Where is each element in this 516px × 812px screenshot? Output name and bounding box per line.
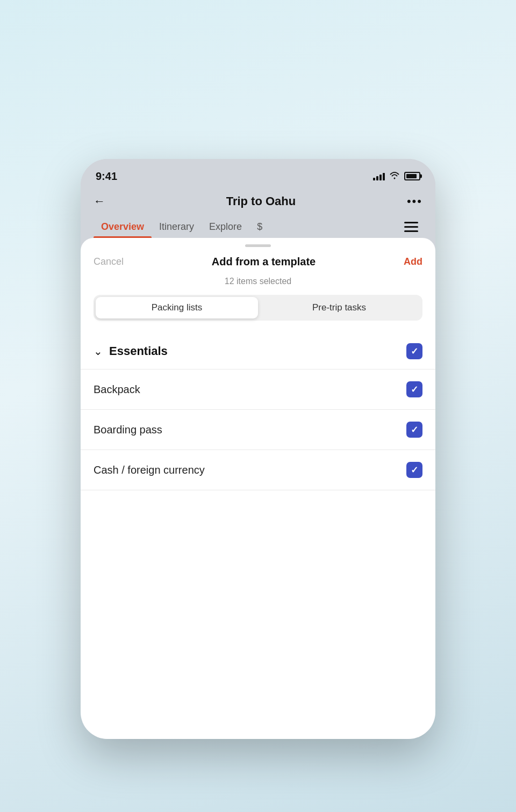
sheet-title: Add from a template — [212, 256, 316, 268]
tabs-bar: Overview Itinerary Explore $ — [81, 216, 435, 238]
boarding-pass-checkbox[interactable]: ✓ — [406, 422, 422, 438]
bottom-sheet: Cancel Add from a template Add 12 items … — [81, 238, 435, 739]
segment-pre-trip-tasks[interactable]: Pre-trip tasks — [258, 297, 420, 318]
essentials-section-header: ⌄ Essentials ✓ — [81, 334, 435, 369]
signal-icon — [373, 172, 385, 180]
hamburger-button[interactable] — [400, 218, 422, 236]
phone-frame: 9:41 ← Trip to Oahu ••• — [81, 159, 435, 739]
tab-explore[interactable]: Explore — [202, 216, 249, 238]
backpack-checkbox[interactable]: ✓ — [406, 381, 422, 397]
page-title: Trip to Oahu — [115, 194, 407, 208]
tab-overview[interactable]: Overview — [94, 216, 152, 238]
segment-control: Packing lists Pre-trip tasks — [94, 295, 422, 321]
add-button[interactable]: Add — [404, 256, 422, 267]
back-button[interactable]: ← — [94, 194, 115, 208]
chevron-down-icon[interactable]: ⌄ — [94, 345, 103, 358]
cash-checkbox[interactable]: ✓ — [406, 462, 422, 478]
list-item[interactable]: Boarding pass ✓ — [81, 410, 435, 450]
sheet-header: Cancel Add from a template Add — [81, 247, 435, 274]
divider — [81, 490, 435, 490]
tab-itinerary[interactable]: Itinerary — [152, 216, 202, 238]
wifi-icon — [389, 171, 400, 182]
status-time: 9:41 — [96, 170, 117, 183]
tab-budget[interactable]: $ — [249, 216, 270, 238]
list-item[interactable]: Cash / foreign currency ✓ — [81, 450, 435, 490]
status-icons — [373, 171, 420, 182]
list-item[interactable]: Backpack ✓ — [81, 369, 435, 409]
status-bar: 9:41 — [81, 159, 435, 189]
more-button[interactable]: ••• — [407, 194, 422, 208]
segment-packing-lists[interactable]: Packing lists — [96, 297, 258, 318]
section-title: Essentials — [109, 344, 168, 358]
battery-icon — [404, 172, 420, 180]
nav-bar: ← Trip to Oahu ••• — [81, 189, 435, 216]
cancel-button[interactable]: Cancel — [94, 256, 124, 267]
items-selected-count: 12 items selected — [81, 274, 435, 295]
essentials-checkbox[interactable]: ✓ — [406, 343, 422, 359]
